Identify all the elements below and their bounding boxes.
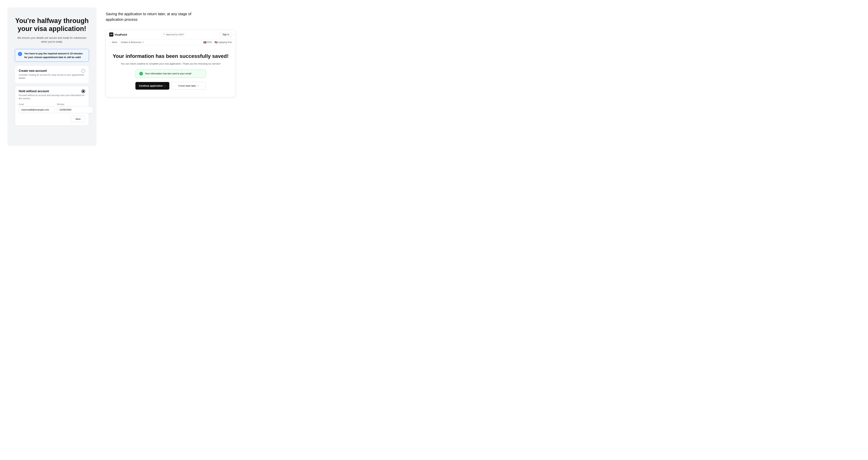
create-account-desc: Consider creating an account for easy ac… bbox=[19, 73, 85, 80]
email-sent-badge: ✓ Your information has ben sent to your … bbox=[135, 69, 206, 78]
success-subtext: You can return anytime to complete your … bbox=[121, 62, 220, 66]
applying-from[interactable]: 🇺🇸 Applying from bbox=[215, 41, 232, 44]
uk-flag-icon: 🇬🇧 bbox=[203, 41, 207, 44]
info-icon: i bbox=[18, 52, 22, 56]
create-account-radio[interactable] bbox=[82, 69, 85, 73]
birthday-group: Birthday bbox=[57, 103, 93, 113]
create-account-title: Create new account bbox=[19, 69, 47, 72]
hold-form: Email Birthday Next bbox=[19, 103, 85, 122]
brand-logo: VP VisaPoint bbox=[109, 32, 127, 36]
browser-header: VP VisaPoint 🛡 Approved by USOV Sign in bbox=[106, 30, 235, 39]
email-label: Email bbox=[19, 103, 55, 105]
hold-account-desc: Proceed without an account and securely … bbox=[19, 94, 85, 100]
nav-left: ← Back Guides & Resources ↗ bbox=[109, 41, 144, 43]
language-selector[interactable]: 🇬🇧 ENG bbox=[203, 41, 212, 44]
info-box: i You have to pay the required amount in… bbox=[15, 49, 89, 62]
approved-text: Approved by USOV bbox=[166, 33, 184, 36]
approved-badge: 🛡 Approved by USOV bbox=[161, 32, 186, 36]
sign-in-button[interactable]: Sign in bbox=[220, 32, 232, 37]
brand-name: VisaPoint bbox=[115, 33, 127, 36]
browser-nav: ← Back Guides & Resources ↗ 🇬🇧 ENG 🇺🇸 Ap… bbox=[106, 39, 235, 45]
main-subtitle: We ensure your details are secure and re… bbox=[15, 36, 89, 44]
external-link-icon: ↗ bbox=[142, 41, 144, 43]
back-arrow-icon: ← bbox=[109, 41, 112, 43]
left-panel: You're halfway through your visa applica… bbox=[7, 7, 96, 146]
right-panel: Saving the application to return later, … bbox=[100, 4, 286, 150]
email-sent-text: Your information has ben sent to your em… bbox=[145, 72, 191, 75]
logo-icon: VP bbox=[109, 32, 113, 36]
birthday-label: Birthday bbox=[57, 103, 93, 105]
success-content: Your information has been successfully s… bbox=[106, 45, 235, 97]
info-text: You have to pay the required amount in 1… bbox=[24, 52, 86, 59]
hold-account-radio[interactable] bbox=[82, 89, 85, 93]
action-buttons: Continue application → Come back later → bbox=[135, 82, 206, 90]
birthday-input[interactable] bbox=[57, 106, 93, 113]
email-input[interactable] bbox=[19, 106, 55, 113]
continue-application-button[interactable]: Continue application → bbox=[135, 82, 169, 90]
hold-without-account-option[interactable]: Hold without account Proceed without an … bbox=[15, 86, 89, 126]
us-flag-icon: 🇺🇸 bbox=[215, 41, 218, 44]
come-back-later-button[interactable]: Come back later → bbox=[172, 82, 206, 90]
back-link[interactable]: ← Back bbox=[109, 41, 117, 43]
success-heading: Your information has been successfully s… bbox=[113, 53, 229, 59]
browser-mockup: VP VisaPoint 🛡 Approved by USOV Sign in … bbox=[106, 30, 236, 97]
shield-icon: 🛡 bbox=[163, 33, 165, 36]
email-group: Email bbox=[19, 103, 55, 113]
right-description: Saving the application to return later, … bbox=[106, 7, 210, 22]
main-heading: You're halfway through your visa applica… bbox=[15, 17, 89, 33]
check-icon: ✓ bbox=[139, 72, 143, 75]
hold-account-title: Hold without account bbox=[19, 90, 49, 93]
nav-right: 🇬🇧 ENG 🇺🇸 Applying from bbox=[203, 41, 232, 44]
next-button[interactable]: Next bbox=[71, 116, 85, 122]
guides-link[interactable]: Guides & Resources ↗ bbox=[121, 41, 144, 43]
create-account-option[interactable]: Create new account Consider creating an … bbox=[15, 65, 89, 83]
